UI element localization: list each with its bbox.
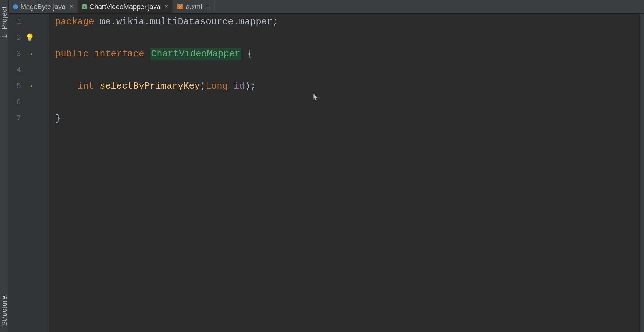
left-sidebar: 1: Project Structure <box>0 0 9 332</box>
chartmapper-tab-label: ChartVideoMapper.java <box>89 3 161 11</box>
paren-close-semi: ); <box>245 81 256 91</box>
gutter: 1 2 💡 3 → 4 5 → <box>9 14 49 332</box>
interface-name: ChartVideoMapper <box>150 48 242 60</box>
xml-tab-label: a.xml <box>186 3 202 11</box>
project-panel-label[interactable]: 1: Project <box>0 6 8 38</box>
gutter-row-5: 5 → <box>9 78 49 94</box>
indent-5 <box>55 81 77 91</box>
mouse-cursor <box>257 82 264 92</box>
keyword-public: public <box>55 49 94 59</box>
code-editor: 1 2 💡 3 → 4 5 → <box>9 14 644 332</box>
line-number-4: 4 <box>9 65 24 75</box>
arrow-icon-5[interactable]: → <box>24 81 35 91</box>
svg-text:</>: </> <box>178 6 182 9</box>
line-number-3: 3 <box>9 49 24 59</box>
closing-brace: } <box>55 113 61 124</box>
line-number-5: 5 <box>9 81 24 91</box>
gutter-row-7: 7 <box>9 110 49 126</box>
paren-open: ( <box>200 81 206 91</box>
tab-chartmapper[interactable]: I ChartVideoMapper.java × <box>78 0 173 13</box>
keyword-package: package <box>55 16 100 27</box>
package-name: me.wikia.multiDatasource.mapper; <box>100 16 278 27</box>
chartmapper-tab-icon: I <box>82 4 87 9</box>
gutter-row-6: 6 <box>9 94 49 110</box>
code-content[interactable]: package me.wikia.multiDatasource.mapper;… <box>49 14 640 332</box>
code-line-3: public interface ChartVideoMapper { <box>55 46 633 62</box>
tab-xml[interactable]: </> a.xml × <box>173 0 214 13</box>
editor-area: MageByte.java × I ChartVideoMapper.java … <box>9 0 644 332</box>
chartmapper-tab-close[interactable]: × <box>165 3 168 10</box>
code-line-7: } <box>55 110 633 126</box>
code-line-6 <box>55 94 633 110</box>
gutter-row-2: 2 💡 <box>9 30 49 46</box>
code-line-5: int selectByPrimaryKey ( Long id ); <box>55 78 633 94</box>
xml-tab-icon: </> <box>177 4 183 9</box>
method-name: selectByPrimaryKey <box>100 81 200 91</box>
structure-panel-label[interactable]: Structure <box>0 295 8 326</box>
tab-magebyte[interactable]: MageByte.java × <box>9 0 78 13</box>
code-line-4 <box>55 62 633 78</box>
magebyte-tab-icon <box>13 4 18 9</box>
tab-bar: MageByte.java × I ChartVideoMapper.java … <box>9 0 644 14</box>
magebyte-tab-label: MageByte.java <box>20 3 66 11</box>
gutter-row-1: 1 <box>9 14 49 30</box>
bulb-icon-2[interactable]: 💡 <box>24 33 35 42</box>
line-number-6: 6 <box>9 98 24 107</box>
param-type: Long <box>206 81 233 91</box>
keyword-int: int <box>77 81 100 91</box>
arrow-icon-3[interactable]: → <box>24 49 35 59</box>
gutter-row-3: 3 → <box>9 46 49 62</box>
code-line-1: package me.wikia.multiDatasource.mapper; <box>55 14 633 30</box>
line-number-7: 7 <box>9 114 24 123</box>
scrollbar[interactable] <box>640 14 644 332</box>
gutter-row-4: 4 <box>9 62 49 78</box>
magebyte-tab-close[interactable]: × <box>70 3 73 10</box>
param-name: id <box>233 81 245 91</box>
svg-marker-1 <box>313 94 318 101</box>
keyword-interface: interface <box>94 49 150 59</box>
code-line-2 <box>55 30 633 46</box>
line-number-2: 2 <box>9 33 24 42</box>
xml-tab-close[interactable]: × <box>207 3 210 10</box>
opening-brace: { <box>242 49 253 59</box>
line-number-1: 1 <box>9 17 24 26</box>
